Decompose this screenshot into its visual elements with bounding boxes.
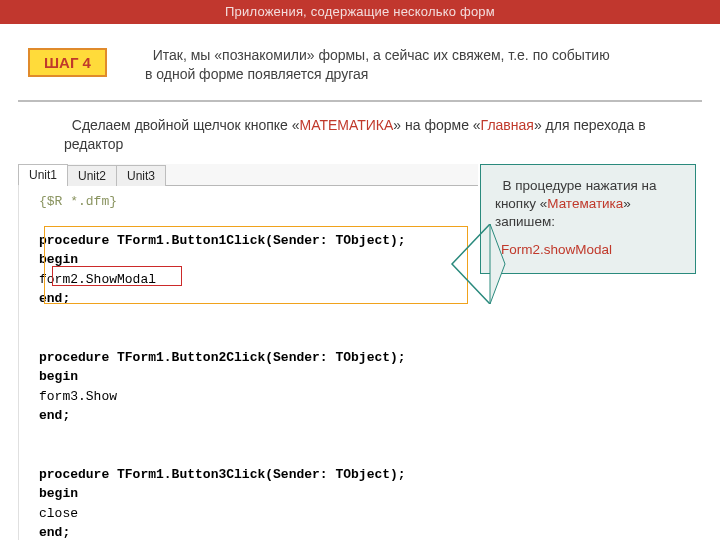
code-proc1-body: form2.ShowModal xyxy=(39,272,156,287)
code-begin2: begin xyxy=(39,369,78,384)
instr-hl2: Главная xyxy=(481,117,534,133)
tab-unit2[interactable]: Unit2 xyxy=(67,165,117,186)
tab-unit3[interactable]: Unit3 xyxy=(116,165,166,186)
instr-b: » на форме « xyxy=(393,117,480,133)
code-end3: end; xyxy=(39,525,70,540)
instr-hl1: МАТЕМАТИКА xyxy=(300,117,394,133)
code-directive: {$R *.dfm} xyxy=(39,194,117,209)
code-proc1-sig: procedure TForm1.Button1Click(Sender: TO… xyxy=(39,233,406,248)
instr-a: Сделаем двойной щелчок кнопке « xyxy=(72,117,300,133)
header-bar: Приложения, содержащие несколько форм xyxy=(0,0,720,24)
code-proc2-body: form3.Show xyxy=(39,389,117,404)
hint-text: В процедуре нажатия на кнопку «Математик… xyxy=(495,177,685,232)
tab-bar: Unit1 Unit2 Unit3 xyxy=(18,164,478,186)
step-badge: ШАГ 4 xyxy=(28,48,107,77)
code-proc3-sig: procedure TForm1.Button3Click(Sender: TO… xyxy=(39,467,406,482)
code-begin1: begin xyxy=(39,252,78,267)
step-text: Итак, мы «познакомили» формы, а сейчас и… xyxy=(145,46,615,84)
code-begin3: begin xyxy=(39,486,78,501)
hint-hl: Математика xyxy=(547,196,623,211)
hint-code: Form2.showModal xyxy=(495,241,685,259)
ide-panel: Unit1 Unit2 Unit3 {$R *.dfm} procedure T… xyxy=(18,164,478,540)
step-row: ШАГ 4 Итак, мы «познакомили» формы, а се… xyxy=(0,24,720,90)
code-proc2-sig: procedure TForm1.Button2Click(Sender: TO… xyxy=(39,350,406,365)
step-text-content: Итак, мы «познакомили» формы, а сейчас и… xyxy=(145,47,610,82)
tab-unit1[interactable]: Unit1 xyxy=(18,164,68,186)
instruction: Сделаем двойной щелчок кнопке «МАТЕМАТИК… xyxy=(0,102,720,164)
header-title: Приложения, содержащие несколько форм xyxy=(225,4,495,19)
code-proc3-body: close xyxy=(39,506,78,521)
hint-box: В процедуре нажатия на кнопку «Математик… xyxy=(480,164,696,275)
code-editor: {$R *.dfm} procedure TForm1.Button1Click… xyxy=(18,186,478,540)
code-end2: end; xyxy=(39,408,70,423)
code-end1: end; xyxy=(39,291,70,306)
